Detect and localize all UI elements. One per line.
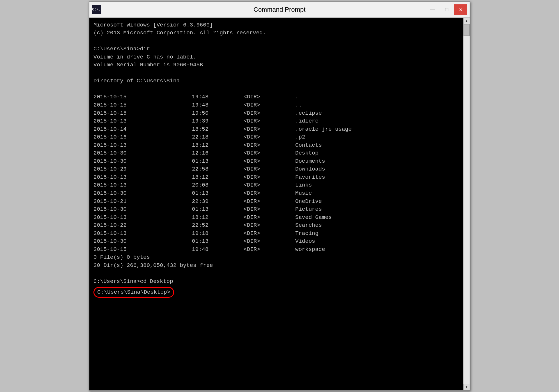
entry-time: 19:48 bbox=[192, 246, 243, 254]
window-title: Command Prompt bbox=[254, 6, 306, 13]
entry-date: 2015-10-13 bbox=[93, 181, 192, 189]
entry-name: Music bbox=[295, 189, 459, 198]
entry-name: Saved Games bbox=[295, 214, 459, 222]
entry-name: Favorites bbox=[295, 173, 459, 182]
entry-date: 2015-10-13 bbox=[93, 117, 192, 125]
entry-type: <DIR> bbox=[244, 125, 295, 134]
copyright-line: (c) 2013 Microsoft Corporation. All righ… bbox=[93, 29, 459, 37]
volume-serial: Volume Serial Number is 9060-945B bbox=[93, 61, 459, 69]
scroll-down-arrow[interactable]: ▼ bbox=[464, 384, 470, 390]
entry-name: .oracle_jre_usage bbox=[295, 125, 459, 134]
dir-command: C:\Users\Sina>dir bbox=[93, 45, 459, 53]
entry-date: 2015-10-15 bbox=[93, 93, 192, 101]
close-button[interactable]: ✕ bbox=[454, 4, 467, 15]
table-row: 2015-10-1519:48<DIR>.. bbox=[93, 101, 459, 109]
entry-name: Searches bbox=[295, 221, 459, 230]
entry-time: 01:13 bbox=[192, 157, 243, 166]
entry-type: <DIR> bbox=[244, 165, 295, 173]
entry-date: 2015-10-29 bbox=[93, 165, 192, 173]
table-row: 2015-10-1319:18<DIR>Tracing bbox=[93, 230, 459, 238]
entry-name: Documents bbox=[295, 157, 459, 166]
entry-date: 2015-10-13 bbox=[93, 230, 192, 238]
entry-date: 2015-10-16 bbox=[93, 133, 192, 141]
dirs-summary: 20 Dir(s) 266,380,050,432 bytes free bbox=[93, 262, 459, 270]
entry-time: 18:12 bbox=[192, 214, 243, 222]
table-row: 2015-10-1418:52<DIR>.oracle_jre_usage bbox=[93, 125, 459, 134]
entry-time: 22:39 bbox=[192, 198, 243, 206]
windows-version-line: Microsoft Windows [Version 6.3.9600] bbox=[93, 21, 459, 29]
scroll-track[interactable] bbox=[464, 24, 470, 384]
entry-time: 01:13 bbox=[192, 205, 243, 214]
entry-time: 01:13 bbox=[192, 237, 243, 246]
table-row: 2015-10-3001:13<DIR>Music bbox=[93, 189, 459, 198]
volume-label: Volume in drive C has no label. bbox=[93, 53, 459, 61]
entry-date: 2015-10-30 bbox=[93, 149, 192, 157]
entry-name: .p2 bbox=[295, 133, 459, 141]
entry-time: 19:48 bbox=[192, 101, 243, 109]
entry-type: <DIR> bbox=[244, 237, 295, 246]
entry-type: <DIR> bbox=[244, 198, 295, 206]
entry-name: Contacts bbox=[295, 141, 459, 150]
entry-type: <DIR> bbox=[244, 157, 295, 166]
maximize-button[interactable]: ☐ bbox=[440, 4, 453, 15]
entry-type: <DIR> bbox=[244, 205, 295, 214]
app-icon-label: C:\. bbox=[92, 8, 101, 12]
blank-line-1 bbox=[93, 37, 459, 45]
entry-date: 2015-10-30 bbox=[93, 205, 192, 214]
entry-date: 2015-10-30 bbox=[93, 237, 192, 246]
terminal-output[interactable]: Microsoft Windows [Version 6.3.9600] (c)… bbox=[89, 18, 463, 390]
table-row: 2015-10-2922:58<DIR>Downloads bbox=[93, 165, 459, 173]
table-row: 2015-10-3001:13<DIR>Documents bbox=[93, 157, 459, 166]
blank-line-2 bbox=[93, 69, 459, 77]
entry-type: <DIR> bbox=[244, 109, 295, 118]
entry-name: Downloads bbox=[295, 165, 459, 173]
entry-name: . bbox=[295, 93, 459, 101]
entry-date: 2015-10-15 bbox=[93, 101, 192, 109]
entry-time: 20:08 bbox=[192, 181, 243, 189]
entry-name: .. bbox=[295, 101, 459, 109]
entry-date: 2015-10-30 bbox=[93, 157, 192, 166]
final-prompt: C:\Users\Sina\Desktop> bbox=[93, 287, 174, 298]
entry-time: 22:58 bbox=[192, 165, 243, 173]
table-row: 2015-10-1318:12<DIR>Contacts bbox=[93, 141, 459, 150]
entry-type: <DIR> bbox=[244, 149, 295, 157]
table-row: 2015-10-1320:08<DIR>Links bbox=[93, 181, 459, 189]
directory-of: Directory of C:\Users\Sina bbox=[93, 77, 459, 85]
entry-type: <DIR> bbox=[244, 246, 295, 254]
entry-time: 12:16 bbox=[192, 149, 243, 157]
entry-type: <DIR> bbox=[244, 93, 295, 101]
entry-time: 19:39 bbox=[192, 117, 243, 125]
entry-name: workspace bbox=[295, 246, 459, 254]
table-row: 2015-10-1519:48<DIR>workspace bbox=[93, 246, 459, 254]
table-row: 2015-10-2222:52<DIR>Searches bbox=[93, 221, 459, 230]
entry-date: 2015-10-22 bbox=[93, 221, 192, 230]
directory-listing: 2015-10-1519:48<DIR>.2015-10-1519:48<DIR… bbox=[93, 93, 459, 253]
entry-name: Videos bbox=[295, 237, 459, 246]
entry-time: 22:52 bbox=[192, 221, 243, 230]
table-row: 2015-10-2122:39<DIR>OneDrive bbox=[93, 198, 459, 206]
cd-command: C:\Users\Sina>cd Desktop bbox=[93, 278, 459, 286]
entry-date: 2015-10-15 bbox=[93, 246, 192, 254]
entry-date: 2015-10-13 bbox=[93, 214, 192, 222]
table-row: 2015-10-1319:39<DIR>.idlerc bbox=[93, 117, 459, 125]
table-row: 2015-10-3012:16<DIR>Desktop bbox=[93, 149, 459, 157]
table-row: 2015-10-1318:12<DIR>Favorites bbox=[93, 173, 459, 182]
entry-type: <DIR> bbox=[244, 173, 295, 182]
entry-name: Pictures bbox=[295, 205, 459, 214]
entry-date: 2015-10-15 bbox=[93, 109, 192, 118]
entry-type: <DIR> bbox=[244, 221, 295, 230]
scrollbar[interactable]: ▲ ▼ bbox=[463, 18, 470, 390]
entry-type: <DIR> bbox=[244, 214, 295, 222]
scroll-up-arrow[interactable]: ▲ bbox=[464, 18, 470, 24]
entry-name: .eclipse bbox=[295, 109, 459, 118]
minimize-button[interactable]: — bbox=[426, 4, 439, 15]
blank-line-3 bbox=[93, 85, 459, 93]
entry-time: 19:50 bbox=[192, 109, 243, 118]
window-content: Microsoft Windows [Version 6.3.9600] (c)… bbox=[89, 18, 470, 390]
entry-type: <DIR> bbox=[244, 230, 295, 238]
title-bar: C:\. Command Prompt — ☐ ✕ bbox=[89, 2, 470, 18]
entry-name: Desktop bbox=[295, 149, 459, 157]
entry-date: 2015-10-14 bbox=[93, 125, 192, 134]
scroll-thumb[interactable] bbox=[464, 24, 470, 36]
entry-time: 18:12 bbox=[192, 173, 243, 182]
